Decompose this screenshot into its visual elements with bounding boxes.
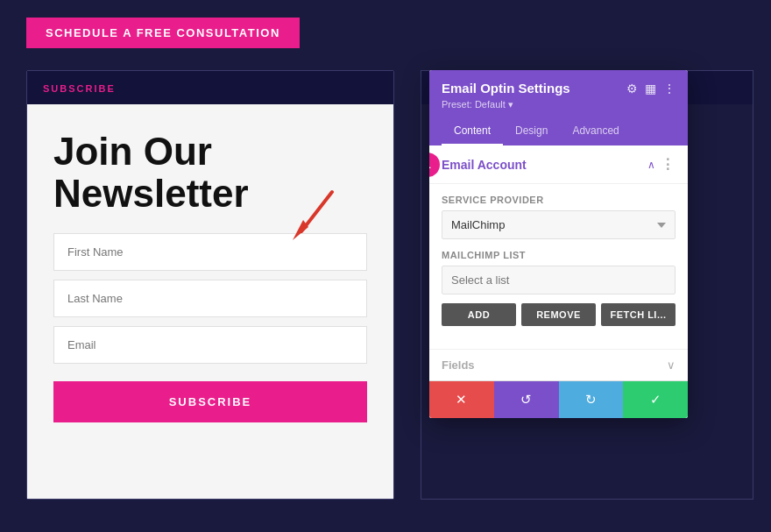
redo-button[interactable]: ↻ xyxy=(559,381,624,418)
tab-content[interactable]: Content xyxy=(442,117,503,145)
email-input[interactable] xyxy=(53,326,367,364)
fields-label: Fields xyxy=(442,358,475,372)
settings-layout-icon[interactable]: ▦ xyxy=(645,82,656,96)
collapse-icon[interactable]: ∧ xyxy=(647,159,655,171)
subscribe-label: SUBSCRIBE xyxy=(43,83,116,94)
settings-panel: Email Optin Settings ⚙ ▦ ⋮ Preset: Defau… xyxy=(429,70,688,418)
section-controls: ∧ ⋮ xyxy=(647,156,676,173)
arrow-indicator xyxy=(275,183,345,257)
settings-gear-icon[interactable]: ⚙ xyxy=(626,82,638,96)
badge-number: 1 xyxy=(429,153,440,177)
fields-chevron-icon: ∨ xyxy=(667,358,676,372)
settings-icons: ⚙ ▦ ⋮ xyxy=(626,82,676,96)
section-title: Email Account xyxy=(442,158,527,172)
section-options-icon[interactable]: ⋮ xyxy=(661,156,676,173)
add-button[interactable]: ADD xyxy=(442,303,516,326)
confirm-button[interactable]: ✓ xyxy=(623,381,688,418)
settings-preset[interactable]: Preset: Default ▾ xyxy=(442,99,676,110)
action-buttons: ADD REMOVE FETCH LI... xyxy=(442,303,676,326)
settings-header-top: Email Optin Settings ⚙ ▦ ⋮ xyxy=(442,81,676,96)
email-account-section-header: 1 Email Account ∧ ⋮ xyxy=(429,145,688,184)
schedule-button[interactable]: SCHEDULE A FREE CONSULTATION xyxy=(26,18,300,48)
undo-button[interactable]: ↺ xyxy=(494,381,559,418)
settings-tabs: Content Design Advanced xyxy=(442,117,676,145)
subscribe-card: SUBSCRIBE Join Our Newsletter SUBSCRIBE xyxy=(26,70,394,500)
tab-advanced[interactable]: Advanced xyxy=(560,117,631,145)
settings-header: Email Optin Settings ⚙ ▦ ⋮ Preset: Defau… xyxy=(429,70,688,145)
cancel-button[interactable]: ✕ xyxy=(429,381,494,418)
tab-design[interactable]: Design xyxy=(503,117,560,145)
remove-button[interactable]: REMOVE xyxy=(521,303,596,326)
settings-content: Service Provider MailChimp MailChimp Lis… xyxy=(429,184,688,349)
subscribe-header: SUBSCRIBE xyxy=(27,71,393,104)
mailchimp-list-input[interactable] xyxy=(442,266,676,294)
mailchimp-list-label: MailChimp List xyxy=(442,250,676,260)
last-name-input[interactable] xyxy=(53,280,367,317)
settings-more-icon[interactable]: ⋮ xyxy=(663,82,676,96)
top-header: SCHEDULE A FREE CONSULTATION xyxy=(26,18,300,48)
bottom-bar: ✕ ↺ ↻ ✓ xyxy=(429,380,688,418)
settings-body: 1 Email Account ∧ ⋮ Service Provider Mai… xyxy=(429,145,688,418)
subscribe-content: Join Our Newsletter SUBSCRIBE xyxy=(27,104,393,499)
service-provider-select[interactable]: MailChimp xyxy=(442,210,676,239)
fields-section[interactable]: Fields ∨ xyxy=(429,349,688,380)
subscribe-button[interactable]: SUBSCRIBE xyxy=(53,381,367,422)
settings-title: Email Optin Settings xyxy=(442,81,570,96)
fetch-button[interactable]: FETCH LI... xyxy=(601,303,676,326)
service-provider-label: Service Provider xyxy=(442,195,676,205)
